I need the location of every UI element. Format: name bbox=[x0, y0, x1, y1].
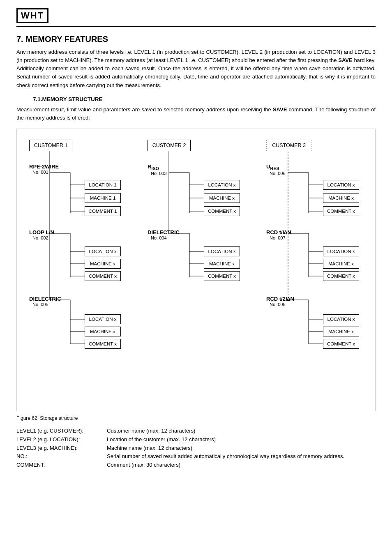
figure-caption: Figure 62: Storage structure bbox=[16, 415, 376, 421]
comment-value: Comment (max. 30 characters) bbox=[107, 461, 376, 470]
comment-x-c2l1-box: COMMENT x bbox=[204, 206, 240, 216]
machine-x-c1l3-box: MACHINE x bbox=[85, 327, 121, 336]
customer3-box: CUSTOMER 3 bbox=[266, 140, 311, 151]
company-logo: WHT bbox=[16, 8, 48, 23]
comment-x-c1l2-box: COMMENT x bbox=[85, 271, 121, 281]
location1-box: LOCATION 1 bbox=[85, 180, 121, 190]
comment-x-c3l1-box: COMMENT x bbox=[323, 206, 359, 216]
level2-row: LEVEL2 (e.g. LOCATION): Location of the … bbox=[16, 435, 376, 444]
no-value: Serial number of saved result added auto… bbox=[107, 452, 376, 461]
subsection-title: 7.1.MEMORY STRUCTURE bbox=[33, 96, 376, 102]
ures-label: URES No. 006 bbox=[266, 164, 286, 176]
rcdt2i008-label: RCD t/2I∆N No. 008 bbox=[266, 296, 294, 307]
level1-value: Customer name (max. 12 characters) bbox=[107, 427, 376, 435]
location-x-c1l2-box: LOCATION x bbox=[85, 246, 121, 256]
level1-row: LEVEL1 (e.g. CUSTOMER): Customer name (m… bbox=[16, 427, 376, 435]
machine-x-c3l2-box: MACHINE x bbox=[323, 259, 359, 269]
level3-label: LEVEL3 (e.g. MACHINE): bbox=[16, 444, 107, 453]
level3-value: Machine name (max. 12 characters) bbox=[107, 444, 376, 453]
machine-x-c2l1-box: MACHINE x bbox=[204, 193, 240, 203]
diagram-lines bbox=[21, 136, 374, 407]
dielectric004-label: DIELECTRIC No. 004 bbox=[148, 229, 180, 240]
rpe2wire-label: RPE-2WIRE No. 001 bbox=[29, 164, 59, 175]
machine-x-c3l1-box: MACHINE x bbox=[323, 193, 359, 203]
comment-x-c3l2-box: COMMENT x bbox=[323, 271, 359, 281]
location-x-c2l2-box: LOCATION x bbox=[204, 246, 240, 256]
machine1-box: MACHINE 1 bbox=[85, 193, 121, 203]
level1-label: LEVEL1 (e.g. CUSTOMER): bbox=[16, 427, 107, 435]
comment-x-c1l3-box: COMMENT x bbox=[85, 339, 121, 349]
comment-x-c2l2-box: COMMENT x bbox=[204, 271, 240, 281]
location-x-c1l3-box: LOCATION x bbox=[85, 314, 121, 324]
location-x-c3l2-box: LOCATION x bbox=[323, 246, 359, 256]
machine-x-c1l2-box: MACHINE x bbox=[85, 259, 121, 269]
location-x-c3l3-box: LOCATION x bbox=[323, 314, 359, 324]
no-label: NO.: bbox=[16, 452, 107, 461]
location-x-c2l1-box: LOCATION x bbox=[204, 180, 240, 190]
level3-row: LEVEL3 (e.g. MACHINE): Machine name (max… bbox=[16, 444, 376, 453]
machine-x-c3l3-box: MACHINE x bbox=[323, 327, 359, 336]
logo-bar: WHT bbox=[16, 8, 376, 27]
levels-table: LEVEL1 (e.g. CUSTOMER): Customer name (m… bbox=[16, 427, 376, 470]
section-title: 7. MEMORY FEATURES bbox=[16, 35, 376, 44]
diagram-container: CUSTOMER 1 CUSTOMER 2 CUSTOMER 3 RPE-2WI… bbox=[16, 129, 376, 411]
comment-row: COMMENT: Comment (max. 30 characters) bbox=[16, 461, 376, 470]
location-x-c3l1-box: LOCATION x bbox=[323, 180, 359, 190]
customer2-box: CUSTOMER 2 bbox=[148, 140, 191, 151]
intro-paragraph: Any memory address consists of three lev… bbox=[16, 48, 376, 90]
dielectric005-label: DIELECTRIC No. 005 bbox=[29, 296, 61, 307]
comment1-box: COMMENT 1 bbox=[85, 206, 121, 216]
diagram: CUSTOMER 1 CUSTOMER 2 CUSTOMER 3 RPE-2WI… bbox=[21, 136, 374, 407]
loopln-label: LOOP L/N No. 002 bbox=[29, 229, 54, 240]
customer1-box: CUSTOMER 1 bbox=[29, 140, 72, 151]
level2-value: Location of the customer (max. 12 charac… bbox=[107, 435, 376, 444]
comment-x-c3l3-box: COMMENT x bbox=[323, 339, 359, 349]
comment-label: COMMENT: bbox=[16, 461, 107, 470]
riso-label: RISO No. 003 bbox=[148, 164, 167, 176]
machine-x-c2l2-box: MACHINE x bbox=[204, 259, 240, 269]
level2-label: LEVEL2 (e.g. LOCATION): bbox=[16, 435, 107, 444]
subsection-paragraph: Measurement result, limit value and para… bbox=[16, 106, 376, 122]
no-row: NO.: Serial number of saved result added… bbox=[16, 452, 376, 461]
rcdti007-label: RCD t/I∆N No. 007 bbox=[266, 229, 291, 240]
